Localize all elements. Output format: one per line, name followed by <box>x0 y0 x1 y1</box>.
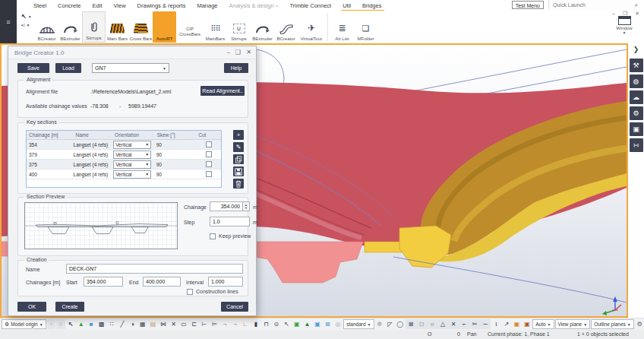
select-tool-icon[interactable]: ↖ <box>66 319 76 329</box>
table-row[interactable]: 354 Langset (4 refs) Vertical▼ 90 <box>27 140 221 150</box>
edge-icon[interactable]: ⊏ <box>189 319 199 329</box>
blue-x-box-icon[interactable]: ⊠ <box>323 319 333 329</box>
ok-button[interactable]: OK <box>17 302 46 312</box>
ribbon-bextruder-button[interactable]: BExtruder <box>58 11 82 43</box>
dialog-maximize-icon[interactable]: ❑ <box>235 49 241 55</box>
preview-step-input[interactable] <box>210 217 250 227</box>
quick-launch-input[interactable] <box>549 2 635 8</box>
menu-drawings-reports[interactable]: Drawings & reports <box>137 2 186 9</box>
ribbon-cip-crossbars-button[interactable]: CIP CrossBars <box>176 11 204 43</box>
angle-snap-icon[interactable]: ∟ <box>241 319 251 329</box>
key-sections-table[interactable]: Chainage [m] Name Orientation Skew [°] C… <box>26 130 222 188</box>
ribbon-virtualtour-button[interactable]: ✈ VirtualTour <box>298 11 325 43</box>
dialog-minimize-icon[interactable]: – <box>227 49 230 55</box>
snap-circle-icon[interactable]: ○ <box>427 319 437 329</box>
line-snap-icon[interactable]: ╱ <box>118 319 128 329</box>
snap-cross-icon[interactable]: ✕ <box>448 319 459 329</box>
ribbon-stirrups2-button[interactable]: ∪ Stirrups <box>227 11 251 43</box>
snap-wave-icon[interactable]: ∼ <box>480 319 491 329</box>
ribbon-mainbars-button[interactable]: ⠿⠿ MainBars <box>204 11 227 43</box>
ribbon-bcreator2-button[interactable]: BCreator <box>274 11 298 43</box>
test-menu-button[interactable]: Test Menu <box>512 1 544 9</box>
chainage-spinner[interactable]: ▲▼ <box>243 201 250 211</box>
world-icon[interactable]: ◍ <box>630 74 643 88</box>
sphere-snap-icon[interactable]: ◑ <box>128 319 137 329</box>
face-snap-icon[interactable]: ■ <box>87 319 96 329</box>
standard-dropdown[interactable]: standard▼ <box>343 319 374 329</box>
menu-bridges[interactable]: Bridges <box>362 2 381 9</box>
select-filter-tool[interactable]: ▪˩▼ <box>21 23 35 27</box>
table-row[interactable]: 400 Langset (4 refs) Vertical▼ 90 <box>27 170 221 179</box>
ibeam-icon[interactable]: I <box>491 319 501 329</box>
menu-analysis-design[interactable]: Analysis & design ⌁ <box>229 2 279 9</box>
points-icon[interactable]: ∷ <box>107 319 117 329</box>
orientation-dropdown[interactable]: Vertical▼ <box>113 150 151 159</box>
menu-steel[interactable]: Steel <box>33 2 46 9</box>
section-preview-canvas[interactable] <box>24 202 178 249</box>
snap-xbox-icon[interactable]: ⊠ <box>406 319 416 329</box>
interval-input[interactable] <box>208 277 243 287</box>
view-plane-dropdown[interactable]: View plane▼ <box>555 319 591 329</box>
arrow-nw-icon[interactable]: ↖ <box>282 319 292 329</box>
delete-section-button[interactable] <box>233 179 244 189</box>
ribbon-cross-bars-button[interactable]: Cross Bars <box>129 11 153 43</box>
zoom-icon[interactable]: ◎ <box>333 319 343 329</box>
ribbon-main-bars-button[interactable]: Main Bars <box>106 11 129 43</box>
construction-lines-checkbox[interactable] <box>187 289 193 295</box>
green-tri-icon[interactable]: ▲ <box>302 319 312 329</box>
save-button[interactable]: Save <box>17 63 49 73</box>
ribbon-bextruder2-button[interactable]: BExtruder <box>251 11 274 43</box>
snap-scissors-icon[interactable]: ✂ <box>469 319 480 329</box>
snap-triangle-icon[interactable]: △ <box>437 319 448 329</box>
mesh-faint-icon[interactable]: ▤ <box>148 319 158 329</box>
cancel-button[interactable]: Cancel <box>221 302 248 312</box>
copy-section-button[interactable] <box>233 154 244 164</box>
center-snap-icon[interactable]: ⊙ <box>272 319 282 329</box>
blue-box-icon[interactable]: ▣ <box>313 319 323 329</box>
organizer-icon[interactable]: ∺ <box>630 138 643 152</box>
select-cursor-tool[interactable]: ↖▼ <box>21 13 35 20</box>
menu-edit[interactable]: Edit <box>93 2 103 9</box>
dialog-close-icon[interactable]: ✕ <box>246 49 251 55</box>
end-input[interactable] <box>143 277 181 287</box>
menu-trimble-connect[interactable]: Trimble Connect <box>289 2 331 9</box>
edit-section-button[interactable]: ✎ <box>233 142 244 152</box>
tools-icon[interactable]: ⚒ <box>630 59 643 72</box>
orientation-dropdown[interactable]: Vertical▼ <box>113 160 151 169</box>
start-input[interactable] <box>84 277 123 287</box>
cursor-dot-icon[interactable]: ◸ <box>385 319 395 329</box>
name-input[interactable] <box>66 264 243 274</box>
ring-icon[interactable]: ◯ <box>396 319 406 329</box>
grid-snap-icon[interactable]: ▩ <box>97 319 107 329</box>
dialog-titlebar[interactable]: Bridge Creator 1.0 – ❑ ✕ <box>8 46 256 59</box>
read-alignment-button[interactable]: Read Alignment.. <box>200 86 245 96</box>
table-row[interactable]: 379 Langset (4 refs) Vertical▼ 90 <box>27 150 221 160</box>
polyline-icon[interactable]: ⋈ <box>159 319 169 329</box>
ribbon-autort-button[interactable]: AutoRT <box>153 11 176 43</box>
spin-down-icon[interactable]: ▼ <box>245 207 248 210</box>
menu-concrete[interactable]: Concrete <box>58 2 80 9</box>
preset-dropdown[interactable]: GN7▼ <box>92 63 169 73</box>
snap-square-icon[interactable]: □ <box>416 319 427 329</box>
menu-manage[interactable]: Manage <box>197 2 217 9</box>
cloud-icon[interactable]: ☁ <box>630 90 643 104</box>
orientation-dropdown[interactable]: Vertical▼ <box>113 170 151 179</box>
gear-icon[interactable]: ⚙ <box>630 106 643 120</box>
mesh-snap-icon[interactable]: ▦ <box>138 319 148 329</box>
cut-checkbox[interactable] <box>206 151 212 157</box>
ribbon-stirrups-button[interactable]: Stirrups <box>82 11 106 43</box>
add-section-button[interactable]: + <box>233 130 244 140</box>
intersection-icon[interactable]: ✕ <box>169 319 178 329</box>
side-pane-toggle[interactable]: ❯ <box>633 46 639 56</box>
snowflake-icon[interactable]: ❆ <box>375 319 385 329</box>
settings-gear-icon[interactable]: ⚙ <box>635 319 644 329</box>
auto-dropdown[interactable]: Auto▼ <box>532 319 554 329</box>
component-icon[interactable]: ▣ <box>630 122 643 136</box>
ribbon-mfolder-button[interactable]: ❏ MFolder <box>354 11 377 43</box>
ribbon-window-button[interactable]: Window ▼ <box>611 16 638 34</box>
cut-checkbox[interactable] <box>206 141 212 147</box>
parallel-icon[interactable]: ⊨ <box>210 319 219 329</box>
app-menu-strip[interactable]: ≡ <box>0 0 17 43</box>
outline-planes-dropdown[interactable]: Outline planes▼ <box>591 319 634 329</box>
rect-icon[interactable]: ▭ <box>179 319 189 329</box>
